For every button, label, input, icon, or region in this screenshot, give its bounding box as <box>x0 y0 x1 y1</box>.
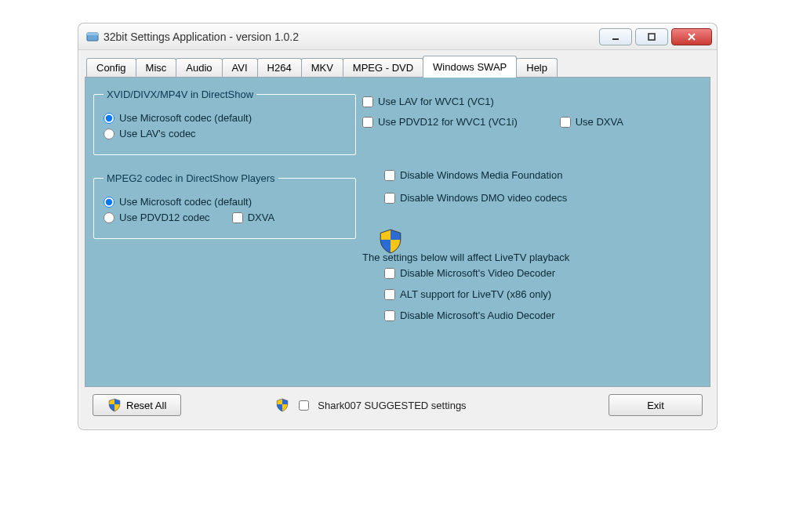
check-disable-wmf[interactable]: Disable Windows Media Foundation <box>384 169 699 181</box>
radio-mpeg2-ms[interactable]: Use Microsoft codec (default) <box>104 196 346 208</box>
check-suggested-label: Shark007 SUGGESTED settings <box>318 400 466 411</box>
group-mpeg2: MPEG2 codec in DirectShow Players Use Mi… <box>93 172 356 239</box>
tab-panel: XVID/DIVX/MP4V in DirectShow Use Microso… <box>85 77 710 387</box>
row-mpeg2-pdvd: Use PDVD12 codec DXVA <box>104 212 346 223</box>
tab-mpeg-dvd[interactable]: MPEG - DVD <box>343 58 423 78</box>
radio-xvid-lav-input[interactable] <box>104 128 114 139</box>
check-disable-ms-audio-label: Disable Microsoft's Audio Decoder <box>400 309 555 321</box>
check-alt-livetv[interactable]: ALT support for LiveTV (x86 only) <box>384 288 699 300</box>
check-lav-wvc1-input[interactable] <box>362 96 373 107</box>
check-disable-dmo[interactable]: Disable Windows DMO video codecs <box>384 192 699 204</box>
app-icon <box>86 31 99 43</box>
group-xvid: XVID/DIVX/MP4V in DirectShow Use Microso… <box>93 89 356 155</box>
check-disable-dmo-input[interactable] <box>384 193 395 204</box>
tab-config[interactable]: Config <box>86 58 136 78</box>
livetv-header: The settings below will affect LiveTV pl… <box>362 252 699 263</box>
right-column: Use LAV for WVC1 (VC1) Use PDVD12 for WV… <box>359 87 702 378</box>
tab-help[interactable]: Help <box>516 58 558 78</box>
check-alt-livetv-label: ALT support for LiveTV (x86 only) <box>400 288 551 300</box>
check-disable-wmf-label: Disable Windows Media Foundation <box>400 169 562 181</box>
shield-icon <box>275 398 289 412</box>
check-use-dxva-input[interactable] <box>560 117 571 128</box>
right-top: Use LAV for WVC1 (VC1) Use PDVD12 for WV… <box>362 92 699 128</box>
svg-rect-1 <box>87 33 98 35</box>
app-window: 32bit Settings Application - version 1.0… <box>78 23 718 430</box>
check-pdvd-wvc1[interactable]: Use PDVD12 for WVC1 (VC1i) <box>362 116 518 128</box>
radio-xvid-lav-label: Use LAV's codec <box>119 128 196 139</box>
suggested-row: Shark007 SUGGESTED settings <box>275 398 601 413</box>
radio-mpeg2-ms-label: Use Microsoft codec (default) <box>119 196 252 208</box>
titlebar: 32bit Settings Application - version 1.0… <box>78 24 717 50</box>
livetv-options: Disable Microsoft's Video Decoder ALT su… <box>384 263 699 325</box>
bottom-bar: Reset All Shark007 SUGGESTED settings Ex… <box>85 387 710 423</box>
radio-xvid-lav[interactable]: Use LAV's codec <box>104 128 346 139</box>
right-mid: Disable Windows Media Foundation Disable… <box>384 165 699 208</box>
maximize-icon <box>647 32 656 42</box>
left-column: XVID/DIVX/MP4V in DirectShow Use Microso… <box>93 87 356 378</box>
minimize-button[interactable] <box>599 28 632 45</box>
close-button[interactable] <box>671 28 712 45</box>
tab-h264[interactable]: H264 <box>257 58 302 78</box>
row-pdvd-wvc1: Use PDVD12 for WVC1 (VC1i) Use DXVA <box>362 116 699 128</box>
tab-avi[interactable]: AVI <box>222 58 258 78</box>
tab-misc[interactable]: Misc <box>136 58 177 78</box>
exit-button[interactable]: Exit <box>609 394 703 416</box>
check-disable-wmf-input[interactable] <box>384 170 395 181</box>
check-disable-ms-video-label: Disable Microsoft's Video Decoder <box>400 267 555 279</box>
group-mpeg2-legend: MPEG2 codec in DirectShow Players <box>104 172 278 184</box>
check-pdvd-wvc1-label: Use PDVD12 for WVC1 (VC1i) <box>378 116 518 128</box>
window-controls <box>599 28 712 45</box>
check-pdvd-wvc1-input[interactable] <box>362 117 373 128</box>
check-lav-wvc1-label: Use LAV for WVC1 (VC1) <box>378 96 494 107</box>
tab-audio[interactable]: Audio <box>176 58 222 78</box>
window-title: 32bit Settings Application - version 1.0… <box>104 31 599 43</box>
radio-xvid-ms-label: Use Microsoft codec (default) <box>119 112 252 124</box>
tab-strip: Config Misc Audio AVI H264 MKV MPEG - DV… <box>85 55 710 77</box>
check-mpeg2-dxva[interactable]: DXVA <box>232 212 274 223</box>
check-disable-ms-audio[interactable]: Disable Microsoft's Audio Decoder <box>384 309 699 321</box>
close-icon <box>687 32 696 42</box>
shield-icon <box>107 398 122 412</box>
uac-shield-icon <box>377 228 404 255</box>
exit-label: Exit <box>647 400 664 411</box>
tab-mkv[interactable]: MKV <box>301 58 343 78</box>
reset-all-button[interactable]: Reset All <box>93 394 181 416</box>
check-use-dxva-label: Use DXVA <box>576 116 623 128</box>
radio-mpeg2-pdvd[interactable]: Use PDVD12 codec <box>104 212 210 223</box>
maximize-button[interactable] <box>635 28 668 45</box>
check-alt-livetv-input[interactable] <box>384 289 395 300</box>
check-disable-dmo-label: Disable Windows DMO video codecs <box>400 192 567 204</box>
radio-xvid-ms-input[interactable] <box>104 113 114 124</box>
check-mpeg2-dxva-label: DXVA <box>248 212 274 223</box>
radio-mpeg2-ms-input[interactable] <box>104 197 114 208</box>
radio-mpeg2-pdvd-label: Use PDVD12 codec <box>119 212 210 223</box>
tab-windows-swap[interactable]: Windows SWAP <box>423 56 517 78</box>
check-suggested-input[interactable] <box>299 400 309 411</box>
radio-xvid-ms[interactable]: Use Microsoft codec (default) <box>104 112 346 124</box>
check-lav-wvc1[interactable]: Use LAV for WVC1 (VC1) <box>362 96 699 107</box>
check-disable-ms-video-input[interactable] <box>384 268 395 279</box>
check-mpeg2-dxva-input[interactable] <box>232 212 243 223</box>
radio-mpeg2-pdvd-input[interactable] <box>104 212 114 223</box>
client-area: Config Misc Audio AVI H264 MKV MPEG - DV… <box>78 50 717 429</box>
minimize-icon <box>611 32 620 42</box>
check-use-dxva[interactable]: Use DXVA <box>560 116 623 128</box>
reset-all-label: Reset All <box>126 400 166 411</box>
group-xvid-legend: XVID/DIVX/MP4V in DirectShow <box>104 89 256 100</box>
check-disable-ms-video[interactable]: Disable Microsoft's Video Decoder <box>384 267 699 279</box>
check-disable-ms-audio-input[interactable] <box>384 310 395 321</box>
svg-rect-3 <box>649 34 655 40</box>
